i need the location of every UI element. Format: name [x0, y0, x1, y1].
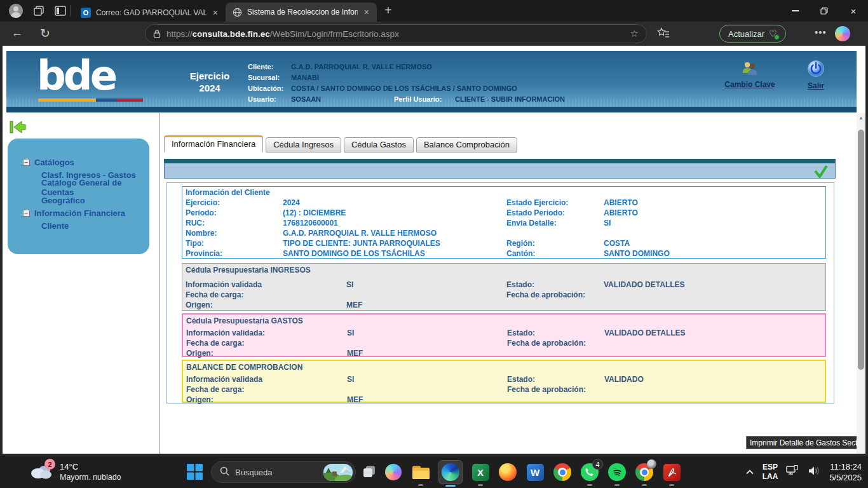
field-value: MEF — [347, 395, 507, 404]
weather-widget[interactable]: 2 14°C Mayorm. nublado — [29, 461, 121, 483]
weather-cloud-icon: 2 — [29, 462, 53, 482]
field-value: 2024 — [283, 198, 506, 207]
section-cedula-ingresos: Cédula Presupuestaria INGRESOS Informaci… — [182, 263, 826, 311]
search-highlight-image[interactable] — [323, 464, 353, 481]
field-value: VALIDADO DETALLES — [604, 280, 825, 289]
salir-link[interactable]: Salir — [797, 60, 835, 90]
file-explorer-icon[interactable] — [411, 463, 430, 482]
acrobat-app-icon[interactable] — [662, 463, 681, 482]
refresh-button[interactable]: ↻ — [37, 26, 53, 41]
field-value: SANTO DOMINGO DE LOS TSÁCHILAS — [283, 249, 506, 258]
field-label: Fecha de carga: — [186, 385, 347, 394]
actualizar-button[interactable]: Actualizar ♡ — [719, 25, 786, 43]
tab-title: Correo: GAD PARROQUIAL VALLE — [96, 8, 207, 17]
collapse-box-icon[interactable]: − — [23, 210, 30, 217]
browser-tab-correo[interactable]: O Correo: GAD PARROQUIAL VALLE × — [74, 4, 226, 22]
word-app-icon[interactable]: W — [526, 463, 545, 482]
weather-alert-badge: 2 — [44, 459, 55, 470]
tab-close-icon[interactable]: × — [212, 8, 219, 18]
field-label: Información validada — [186, 280, 346, 289]
field-value: COSTA / SANTO DOMINGO DE LOS TSÁCHILAS /… — [291, 85, 517, 92]
back-button[interactable]: ← — [9, 26, 25, 40]
field-label: Origen: — [186, 349, 347, 358]
window-restore-button[interactable] — [810, 0, 839, 22]
field-value: SI — [347, 329, 507, 337]
sidebar-item-catalogo-general-cuentas[interactable]: Catálogo General de Cuentas — [8, 181, 149, 194]
excel-app-icon[interactable]: X — [471, 463, 490, 482]
search-placeholder: Búsqueda — [235, 468, 318, 477]
spotify-app-icon[interactable] — [607, 463, 627, 482]
validated-check-icon — [813, 165, 829, 181]
favorites-bar-icon[interactable] — [657, 27, 670, 41]
search-input[interactable]: Búsqueda — [211, 461, 356, 483]
url-text: https://consulta.bde.fin.ec/WebSim/Login… — [166, 29, 625, 39]
whatsapp-app-icon[interactable]: 4 — [580, 463, 599, 482]
chrome-profile-app-icon[interactable] — [635, 463, 654, 482]
vertical-tabs-icon[interactable] — [55, 6, 66, 16]
edge-app-icon[interactable] — [438, 460, 463, 484]
field-label: Ubicación: — [248, 85, 291, 92]
workspaces-icon[interactable] — [33, 5, 44, 17]
copilot-icon[interactable] — [835, 26, 850, 41]
tab-balance-comprobacion[interactable]: Balance Comprobación — [416, 137, 517, 152]
field-label: Tipo: — [186, 239, 283, 248]
profile-avatar[interactable] — [9, 4, 23, 18]
field-label: Cantón: — [506, 249, 604, 258]
window-minimize-button[interactable] — [780, 0, 810, 22]
weather-temp: 14°C — [60, 461, 121, 472]
section-balance-comprobacion: BALANCE DE COMPROBACION Información vali… — [182, 360, 826, 403]
field-label: RUC: — [186, 219, 283, 227]
cambio-clave-link[interactable]: Cambio Clave — [718, 61, 782, 89]
scrollbar-thumb[interactable] — [858, 130, 864, 370]
field-value: 1768120600001 — [283, 219, 506, 227]
client-info-panel: Información del Cliente Ejercicio:2024Es… — [182, 186, 826, 259]
language-indicator[interactable]: ESP LAA — [763, 463, 778, 482]
search-icon — [220, 466, 229, 478]
field-value: VALIDADO DETALLES — [604, 329, 825, 337]
task-view-icon[interactable] — [362, 464, 376, 481]
field-label: Estado: — [506, 280, 604, 289]
header-fields: Cliente:G.A.D. PARROQUIAL R. VALLE HERMO… — [248, 61, 565, 104]
health-pulse-icon: ♡ — [769, 29, 777, 38]
browser-toolbar: ← ↻ https://consulta.bde.fin.ec/WebSim/L… — [0, 22, 868, 46]
network-icon[interactable] — [786, 465, 800, 479]
panel-title: Información del Cliente — [182, 187, 825, 198]
tab-cedula-gastos[interactable]: Cédula Gastos — [344, 137, 414, 152]
field-label: Cliente: — [248, 63, 291, 71]
field-label: Región: — [506, 239, 604, 248]
ejercicio-label: Ejercicio 2024 — [172, 70, 248, 94]
collapse-box-icon[interactable]: − — [23, 159, 30, 166]
clock-widget[interactable]: 11:18:24 5/5/2025 — [829, 461, 862, 483]
sidebar-item-catalogos[interactable]: −Catálogos — [8, 156, 149, 168]
scrollbar-up-arrow[interactable]: ▲ — [857, 113, 865, 123]
tab-close-icon[interactable]: × — [363, 7, 370, 17]
browser-tab-sistema[interactable]: Sistema de Recoleccion de Inform × — [226, 3, 377, 22]
sidebar-item-informacion-financiera[interactable]: −Información Financiera — [8, 207, 149, 219]
taskbar-apps: X W 4 — [384, 463, 681, 482]
tab-informacion-financiera[interactable]: Información Financiera — [164, 135, 263, 152]
bookmark-star-icon[interactable]: ☆ — [630, 28, 639, 39]
sidebar-menu: −Catálogos Clasf. Ingresos - Gastos Catá… — [8, 139, 149, 254]
field-label: Información validada — [186, 375, 347, 384]
browser-menu-button[interactable]: ••• — [815, 27, 827, 37]
field-value: G.A.D. PARROQUIAL R. VALLE HERMOSO — [291, 63, 432, 71]
volume-icon[interactable] — [808, 466, 821, 478]
field-label: Estado Ejercicio: — [506, 198, 604, 207]
window-close-button[interactable]: × — [839, 0, 868, 22]
section-title: BALANCE DE COMPROBACION — [183, 361, 825, 374]
field-value: G.A.D. PARROQUIAL R. VALLE HERMOSO — [283, 229, 506, 238]
new-tab-button[interactable]: + — [384, 3, 392, 18]
field-value: MEF — [347, 349, 507, 358]
tab-divider — [70, 5, 71, 17]
page-scrollbar[interactable]: ▲ — [857, 113, 865, 454]
copilot-app-icon[interactable] — [384, 463, 403, 482]
tray-chevron-icon[interactable] — [745, 466, 754, 478]
start-button[interactable] — [187, 464, 203, 482]
collapse-menu-arrow-icon[interactable] — [9, 119, 27, 137]
firefox-app-icon[interactable] — [498, 463, 517, 482]
sidebar-item-cliente[interactable]: Cliente — [8, 219, 149, 232]
chrome-app-icon[interactable] — [553, 463, 572, 482]
tab-cedula-ingresos[interactable]: Cédula Ingresos — [266, 137, 341, 152]
field-value: SI — [346, 280, 506, 289]
address-bar[interactable]: https://consulta.bde.fin.ec/WebSim/Login… — [145, 24, 647, 43]
